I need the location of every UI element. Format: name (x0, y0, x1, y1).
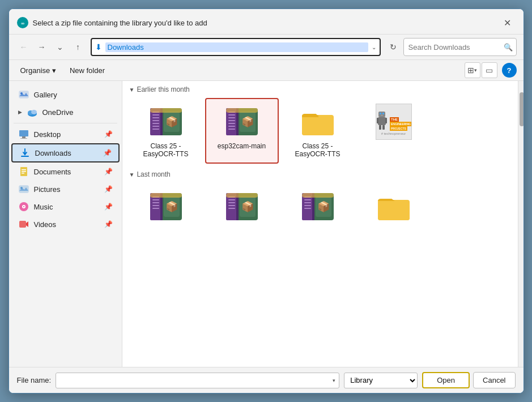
search-input[interactable] (408, 43, 504, 52)
svg-rect-66 (152, 205, 159, 206)
file-area: ▼ Earlier this month (122, 81, 518, 367)
pin-icon-documents: 📌 (104, 168, 113, 176)
sidebar-item-desktop[interactable]: Desktop 📌 (11, 126, 120, 143)
svg-rect-58 (379, 125, 381, 130)
file-type-select[interactable]: Library (344, 373, 418, 388)
new-folder-button[interactable]: New folder (65, 64, 109, 77)
pin-icon-downloads: 📌 (103, 149, 112, 157)
section-label-earlier: Earlier this month (137, 85, 189, 93)
section-label-last-month: Last month (137, 170, 170, 178)
file-name-2: esp32cam-main (218, 142, 266, 150)
organise-button[interactable]: Organise ▾ (16, 64, 61, 77)
sidebar-item-onedrive[interactable]: ▶ OneDrive (11, 104, 120, 121)
pin-icon-desktop: 📌 (104, 130, 113, 138)
scrollbar[interactable] (518, 81, 524, 367)
svg-rect-15 (22, 173, 24, 174)
sidebar-label-gallery: Gallery (34, 91, 57, 99)
svg-point-4 (20, 92, 23, 95)
file-item-6[interactable]: 📦 (205, 183, 279, 233)
svg-rect-29 (152, 117, 159, 118)
navbar: ← → ⌄ ↑ ⬇ Downloads ⌄ ↻ 🔍 (9, 35, 524, 60)
gallery-icon (18, 89, 29, 100)
section-last-month: ▼ Last month (127, 166, 513, 181)
music-icon (18, 201, 29, 212)
winrar-icon-5: 📦 (148, 189, 184, 225)
svg-text:📦: 📦 (241, 116, 254, 128)
svg-rect-65 (152, 202, 159, 203)
search-bar[interactable]: 🔍 (403, 38, 517, 56)
svg-rect-70 (150, 193, 182, 198)
winrar-icon-7: 📦 (300, 189, 336, 225)
file-item-3[interactable]: Class 25 -EasyOCR-TTS (281, 98, 355, 164)
svg-rect-92 (302, 193, 334, 198)
toolbar: Organise ▾ New folder ⊞ ▾ ▭ ? (9, 60, 524, 81)
dropdown-button[interactable]: ⌄ (52, 39, 68, 55)
sidebar-label-downloads: Downloads (35, 149, 71, 157)
svg-rect-51 (378, 112, 385, 117)
svg-rect-42 (228, 117, 235, 118)
sidebar-item-gallery[interactable]: Gallery (11, 86, 120, 103)
svg-rect-13 (22, 169, 26, 170)
address-text: Downloads (105, 42, 368, 52)
svg-rect-78 (228, 208, 235, 209)
pin-icon-videos: 📌 (104, 220, 113, 228)
help-button[interactable]: ? (502, 63, 517, 78)
address-dropdown-arrow[interactable]: ⌄ (372, 44, 376, 50)
refresh-button[interactable]: ↻ (385, 39, 401, 55)
desktop-icon (18, 129, 29, 140)
sidebar-item-downloads[interactable]: Downloads 📌 (11, 143, 120, 162)
pane-icon: ▭ (486, 66, 493, 75)
svg-rect-10 (20, 138, 27, 139)
view-pane-button[interactable]: ▭ (482, 62, 497, 78)
file-item-8[interactable] (357, 183, 431, 233)
grid-icon: ⊞ (467, 66, 474, 75)
filename-dropdown-arrow[interactable]: ▾ (333, 378, 335, 383)
sidebar-label-videos: Videos (34, 220, 57, 229)
file-item-2[interactable]: 📦 esp32cam-main (205, 98, 279, 164)
svg-rect-9 (22, 136, 25, 138)
scrollbar-thumb[interactable] (520, 92, 524, 126)
file-item-4[interactable]: THE ENGINEERING PROJECTS # technopreneur (357, 98, 431, 164)
cancel-button[interactable]: Cancel (473, 372, 515, 388)
close-button[interactable]: ✕ (500, 15, 516, 31)
svg-rect-14 (22, 171, 26, 172)
sidebar-label-documents: Documents (34, 168, 71, 176)
svg-rect-81 (226, 193, 258, 198)
view-grid-button[interactable]: ⊞ ▾ (465, 62, 480, 78)
pictures-icon (18, 183, 29, 195)
file-name-3: Class 25 -EasyOCR-TTS (295, 142, 340, 158)
back-button[interactable]: ← (16, 39, 32, 55)
file-dialog: ∞ Select a zip file containing the libra… (8, 8, 524, 394)
search-icon: 🔍 (504, 43, 513, 52)
svg-rect-76 (228, 202, 235, 203)
up-button[interactable]: ↑ (70, 39, 86, 55)
file-item-7[interactable]: 📦 (281, 183, 355, 233)
file-name-1: Class 25 -EasyOCR-TTS (143, 142, 188, 158)
svg-text:📦: 📦 (241, 200, 254, 213)
winrar-icon-6: 📦 (224, 189, 260, 225)
sidebar-item-pictures[interactable]: Pictures 📌 (11, 181, 120, 198)
svg-rect-36 (150, 108, 182, 113)
open-button[interactable]: Open (422, 372, 470, 388)
address-bar[interactable]: ⬇ Downloads ⌄ (91, 38, 381, 56)
svg-text:📦: 📦 (317, 200, 330, 213)
svg-rect-44 (228, 123, 235, 124)
svg-rect-49 (226, 108, 258, 113)
file-item-5[interactable]: 📦 (129, 183, 203, 233)
svg-rect-11 (21, 156, 29, 157)
file-item-1[interactable]: 📦 Class 25 -EasyOCR-TTS (129, 98, 203, 164)
forward-button[interactable]: → (34, 39, 50, 55)
sidebar-item-music[interactable]: Music 📌 (11, 198, 120, 215)
svg-text:📦: 📦 (165, 116, 178, 128)
sidebar-label-desktop: Desktop (34, 130, 61, 139)
svg-rect-86 (304, 199, 311, 200)
downloads-address-icon: ⬇ (95, 42, 102, 52)
sidebar-item-documents[interactable]: Documents 📌 (11, 163, 120, 180)
filename-input[interactable] (59, 376, 333, 384)
dialog-title: Select a zip file containing the library… (33, 19, 207, 27)
dropdown-arrow: ▾ (474, 67, 477, 73)
sidebar-item-videos[interactable]: Videos 📌 (11, 216, 120, 233)
svg-text:📦: 📦 (165, 200, 178, 213)
svg-point-21 (23, 206, 24, 207)
svg-text:∞: ∞ (21, 21, 24, 26)
